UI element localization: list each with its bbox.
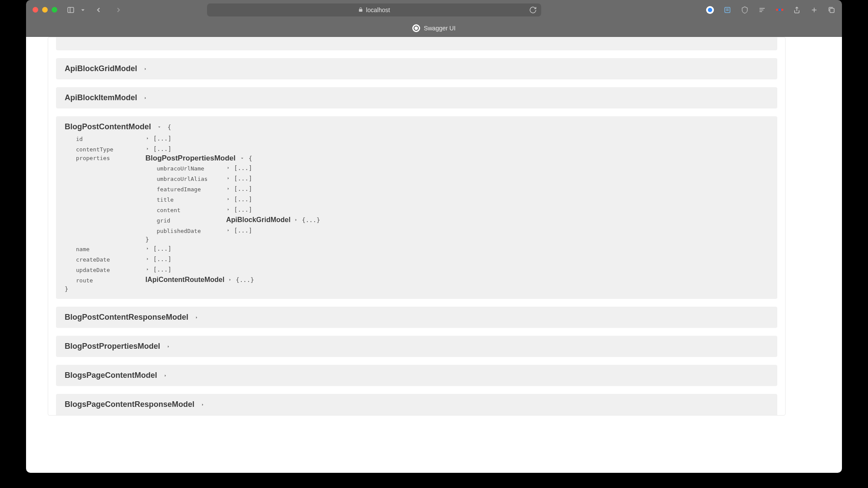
prop-key-content: content <box>157 206 226 213</box>
browser-toolbar: localhost <box>26 0 842 20</box>
chevron-right-icon[interactable] <box>145 246 150 251</box>
page-content: ApiBlockGridModel ApiBlockItemModel <box>26 37 842 473</box>
lock-icon <box>358 6 363 14</box>
extension-colorful-icon[interactable] <box>776 6 783 14</box>
address-bar[interactable]: localhost <box>207 3 541 16</box>
prop-key-featuredimage: featuredImage <box>157 185 226 193</box>
collapsed-value[interactable]: [...] <box>234 185 252 192</box>
model-blog-post-content: BlogPostContentModel { id [...] <box>56 116 777 299</box>
collapsed-value[interactable]: [...] <box>234 227 252 234</box>
nested-model-ref[interactable]: IApiContentRouteModel <box>145 276 224 284</box>
chevron-right-icon[interactable] <box>294 218 298 222</box>
chevron-right-icon <box>194 315 199 320</box>
model-blogs-page-content-response[interactable]: BlogsPageContentResponseModel <box>56 394 777 415</box>
open-brace: { <box>168 124 171 131</box>
window-controls <box>33 7 57 13</box>
model-blog-post-properties[interactable]: BlogPostPropertiesModel <box>56 336 777 357</box>
collapsed-value[interactable]: [...] <box>153 135 171 142</box>
chevron-right-icon <box>143 67 148 71</box>
forward-button[interactable] <box>115 6 122 14</box>
chevron-right-icon[interactable] <box>226 166 230 170</box>
models-section: ApiBlockGridModel ApiBlockItemModel <box>48 37 786 416</box>
prop-key-createdate: createDate <box>76 255 145 263</box>
chevron-right-icon[interactable] <box>226 228 230 233</box>
chevron-right-icon <box>166 344 171 349</box>
collapsed-braces[interactable]: {...} <box>302 216 320 223</box>
prop-key-id: id <box>76 135 145 142</box>
new-tab-icon[interactable] <box>810 6 818 14</box>
chevron-down-icon[interactable] <box>240 156 244 160</box>
model-blogs-page-content[interactable]: BlogsPageContentModel <box>56 365 777 386</box>
chevron-right-icon[interactable] <box>145 147 150 151</box>
chevron-right-icon[interactable] <box>226 187 230 191</box>
model-name: ApiBlockItemModel <box>65 93 137 102</box>
sidebar-toggle-icon[interactable] <box>67 6 75 14</box>
tab-title: Swagger UI <box>424 25 455 32</box>
close-brace: } <box>145 236 149 243</box>
chevron-down-icon <box>157 125 161 129</box>
model-api-block-grid[interactable]: ApiBlockGridModel <box>56 58 777 79</box>
collapsed-value[interactable]: [...] <box>153 266 171 273</box>
collapsed-value[interactable]: [...] <box>234 164 252 171</box>
prop-key-title: title <box>157 196 226 203</box>
model-name: BlogPostContentResponseModel <box>65 313 188 322</box>
prop-key-publisheddate: publishedDate <box>157 227 226 234</box>
prop-key-updatedate: updateDate <box>76 266 145 273</box>
chevron-right-icon[interactable] <box>226 197 230 201</box>
collapsed-braces[interactable]: {...} <box>236 276 254 283</box>
chevron-right-icon <box>201 403 205 407</box>
model-name: BlogsPageContentModel <box>65 371 157 380</box>
chevron-right-icon[interactable] <box>145 257 150 261</box>
list-icon[interactable] <box>758 6 766 14</box>
collapsed-value[interactable]: [...] <box>234 206 252 213</box>
chevron-right-icon[interactable] <box>226 207 230 212</box>
back-button[interactable] <box>95 6 102 14</box>
model-toggle[interactable]: BlogPostContentModel { <box>65 122 769 131</box>
open-brace: { <box>249 155 252 162</box>
prop-key-umbracourlalias: umbracoUrlAlias <box>157 175 226 182</box>
chevron-right-icon[interactable] <box>226 176 230 180</box>
chevron-right-icon[interactable] <box>228 278 232 282</box>
collapsed-value[interactable]: [...] <box>234 196 252 203</box>
extension-1password-icon[interactable] <box>706 6 714 14</box>
prop-key-contenttype: contentType <box>76 145 145 153</box>
maximize-window-button[interactable] <box>52 7 57 13</box>
model-blog-post-content-response[interactable]: BlogPostContentResponseModel <box>56 307 777 328</box>
browser-tab-bar: Swagger UI <box>26 20 842 37</box>
model-name: BlogPostPropertiesModel <box>65 342 160 351</box>
tabs-overview-icon[interactable] <box>828 6 835 14</box>
model-name: ApiBlockGridModel <box>65 64 137 73</box>
prop-key-properties: properties <box>76 154 145 161</box>
chevron-right-icon[interactable] <box>145 267 150 272</box>
model-name: BlogsPageContentResponseModel <box>65 400 194 409</box>
model-name: BlogPostContentModel <box>65 122 151 131</box>
close-brace: } <box>65 285 68 292</box>
chevron-right-icon <box>163 373 168 378</box>
reload-icon[interactable] <box>529 6 537 14</box>
browser-tab[interactable]: Swagger UI <box>412 24 455 32</box>
close-window-button[interactable] <box>33 7 38 13</box>
nested-model-ref[interactable]: ApiBlockGridModel <box>226 216 290 224</box>
collapsed-value[interactable]: [...] <box>153 255 171 262</box>
extension-icon[interactable] <box>723 6 731 14</box>
model-api-block-item[interactable]: ApiBlockItemModel <box>56 87 777 108</box>
share-icon[interactable] <box>793 6 801 14</box>
shield-icon[interactable] <box>741 6 749 14</box>
collapsed-value[interactable]: [...] <box>153 145 171 152</box>
prop-key-grid: grid <box>157 216 226 224</box>
model-block-truncated[interactable] <box>56 37 777 50</box>
dropdown-icon[interactable] <box>79 6 87 14</box>
nested-model-name[interactable]: BlogPostPropertiesModel <box>145 154 236 163</box>
collapsed-value[interactable]: [...] <box>234 175 252 182</box>
svg-rect-11 <box>830 8 834 13</box>
chevron-right-icon <box>143 96 148 100</box>
url-text: localhost <box>366 7 390 13</box>
svg-point-2 <box>708 8 712 12</box>
prop-key-name: name <box>76 245 145 252</box>
collapsed-value[interactable]: [...] <box>153 245 171 252</box>
swagger-logo-icon <box>412 24 420 32</box>
svg-rect-0 <box>68 7 74 13</box>
chevron-right-icon[interactable] <box>145 136 150 141</box>
minimize-window-button[interactable] <box>42 7 48 13</box>
prop-key-umbracourlname: umbracoUrlName <box>157 164 226 172</box>
